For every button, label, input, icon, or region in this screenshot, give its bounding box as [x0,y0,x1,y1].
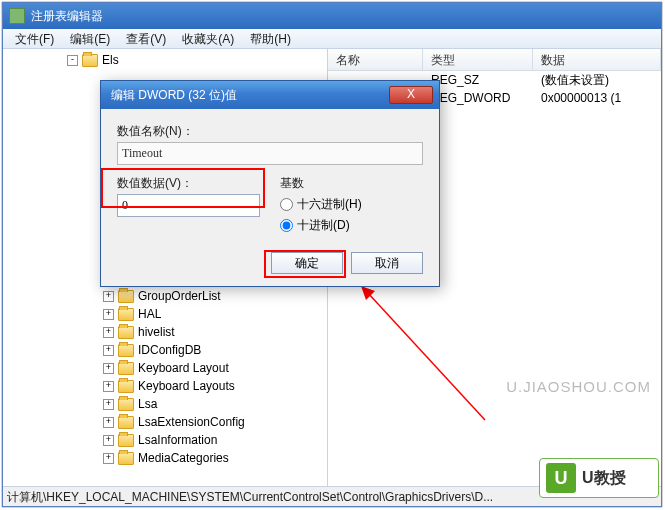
badge-icon: U [546,463,576,493]
close-icon[interactable]: X [389,86,433,104]
col-type[interactable]: 类型 [423,49,533,70]
tree-node-label: IDConfigDB [138,343,201,357]
folder-icon [118,452,134,465]
menu-help[interactable]: 帮助(H) [242,29,299,48]
expand-toggle[interactable]: + [103,327,114,338]
cancel-button[interactable]: 取消 [351,252,423,274]
menu-edit[interactable]: 编辑(E) [62,29,118,48]
expand-toggle[interactable]: + [103,435,114,446]
data-label: 数值数据(V)： [117,175,260,192]
folder-icon [118,290,134,303]
brand-badge: U U教授 [539,458,659,498]
tree-node[interactable]: +hivelist [5,323,327,341]
dialog-titlebar[interactable]: 编辑 DWORD (32 位)值 X [101,81,439,109]
menu-file[interactable]: 文件(F) [7,29,62,48]
radio-dec[interactable]: 十进制(D) [280,215,423,236]
expand-toggle[interactable]: + [103,381,114,392]
dialog-title-text: 编辑 DWORD (32 位)值 [111,87,389,104]
tree-node-label: MediaCategories [138,451,229,465]
tree-node[interactable]: +MediaCategories [5,449,327,467]
tree-node[interactable]: +IDConfigDB [5,341,327,359]
dword-edit-dialog: 编辑 DWORD (32 位)值 X 数值名称(N)： Timeout 数值数据… [100,80,440,287]
tree-node-label: GroupOrderList [138,289,221,303]
status-path: 计算机\HKEY_LOCAL_MACHINE\SYSTEM\CurrentCon… [7,490,493,504]
radio-dec-input[interactable] [280,219,293,232]
tree-node[interactable]: +GroupOrderList [5,287,327,305]
tree-node-label: Keyboard Layouts [138,379,235,393]
folder-icon [118,362,134,375]
tree-node[interactable]: +Keyboard Layout [5,359,327,377]
expand-toggle[interactable]: + [103,309,114,320]
window-title: 注册表编辑器 [31,8,103,25]
expand-toggle[interactable]: + [103,453,114,464]
menu-view[interactable]: 查看(V) [118,29,174,48]
expand-toggle[interactable]: - [67,55,78,66]
app-icon [9,8,25,24]
folder-icon [118,398,134,411]
folder-icon [118,344,134,357]
folder-icon [82,54,98,67]
tree-node-label[interactable]: Els [102,53,119,67]
tree-node-label: hivelist [138,325,175,339]
tree-node-label: LsaExtensionConfig [138,415,245,429]
tree-node[interactable]: +HAL [5,305,327,323]
tree-node[interactable]: +Lsa [5,395,327,413]
folder-icon [118,380,134,393]
watermark: U.JIAOSHOU.COM [506,378,651,395]
list-header: 名称 类型 数据 [328,49,661,71]
name-label: 数值名称(N)： [117,123,423,140]
expand-toggle[interactable]: + [103,417,114,428]
menubar: 文件(F) 编辑(E) 查看(V) 收藏夹(A) 帮助(H) [3,29,661,49]
folder-icon [118,308,134,321]
menu-favorites[interactable]: 收藏夹(A) [174,29,242,48]
folder-icon [118,416,134,429]
folder-icon [118,326,134,339]
tree-node[interactable]: +LsaExtensionConfig [5,413,327,431]
tree-node-label: LsaInformation [138,433,217,447]
expand-toggle[interactable]: + [103,291,114,302]
radio-hex-input[interactable] [280,198,293,211]
name-display: Timeout [117,142,423,165]
col-name[interactable]: 名称 [328,49,423,70]
tree-node-label: Keyboard Layout [138,361,229,375]
tree-node-label: Lsa [138,397,157,411]
expand-toggle[interactable]: + [103,363,114,374]
radio-hex[interactable]: 十六进制(H) [280,194,423,215]
base-label: 基数 [280,175,423,192]
badge-text: U教授 [582,468,626,489]
folder-icon [118,434,134,447]
tree-node[interactable]: +Keyboard Layouts [5,377,327,395]
base-radio-group: 十六进制(H) 十进制(D) [280,194,423,236]
col-data[interactable]: 数据 [533,49,661,70]
tree-node[interactable]: +LsaInformation [5,431,327,449]
ok-button[interactable]: 确定 [271,252,343,274]
titlebar[interactable]: 注册表编辑器 [3,3,661,29]
expand-toggle[interactable]: + [103,345,114,356]
tree-node-label: HAL [138,307,161,321]
value-input[interactable] [117,194,260,217]
expand-toggle[interactable]: + [103,399,114,410]
